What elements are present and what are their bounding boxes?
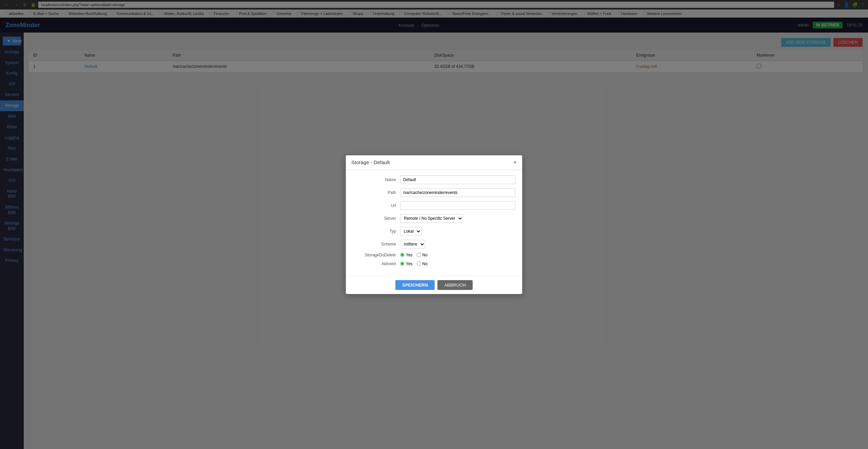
- server-select[interactable]: Remote / No Specific Server: [400, 214, 463, 223]
- save-button[interactable]: SPEICHERN: [395, 280, 435, 290]
- modal-title: Storage - Default: [351, 159, 390, 165]
- storage-do-delete-label: StorageDoDelete: [353, 253, 400, 257]
- scheme-select[interactable]: mittlere: [400, 240, 425, 249]
- type-label: Typ: [353, 229, 400, 234]
- yes-label-2: Yes: [406, 261, 413, 266]
- storage-do-delete-yes-label[interactable]: Yes: [400, 253, 413, 257]
- url-label: Url: [353, 203, 400, 208]
- activated-no-label[interactable]: No: [417, 261, 428, 266]
- path-label: Path: [353, 190, 400, 195]
- modal-overlay: Storage - Default × Name Path Url Server: [0, 0, 868, 449]
- url-row: Url: [353, 201, 515, 210]
- no-label-2: No: [422, 261, 428, 266]
- yes-label-1: Yes: [406, 253, 413, 257]
- modal-footer: SPEICHERN ABBRUCH: [346, 276, 522, 294]
- activated-yes-radio[interactable]: [400, 261, 405, 266]
- cancel-button[interactable]: ABBRUCH: [437, 280, 473, 290]
- type-select[interactable]: Lokal: [400, 227, 421, 236]
- storage-do-delete-row: StorageDoDelete Yes No: [353, 253, 515, 257]
- storage-modal: Storage - Default × Name Path Url Server: [346, 155, 522, 294]
- name-label: Name: [353, 177, 400, 182]
- storage-do-delete-radio-group: Yes No: [400, 253, 428, 257]
- scheme-row: Scheme mittlere: [353, 240, 515, 249]
- modal-close-button[interactable]: ×: [513, 159, 517, 165]
- activated-row: Aktiviert Yes No: [353, 261, 515, 266]
- storage-do-delete-yes-radio[interactable]: [400, 253, 405, 257]
- server-row: Server Remote / No Specific Server: [353, 214, 515, 223]
- name-row: Name: [353, 175, 515, 184]
- name-input[interactable]: [400, 175, 515, 184]
- storage-do-delete-no-label[interactable]: No: [417, 253, 428, 257]
- path-input[interactable]: [400, 188, 515, 197]
- server-label: Server: [353, 216, 400, 221]
- activated-label: Aktiviert: [353, 261, 400, 266]
- url-input[interactable]: [400, 201, 515, 210]
- type-row: Typ Lokal: [353, 227, 515, 236]
- scheme-label: Scheme: [353, 242, 400, 247]
- modal-body: Name Path Url Server Remote / No Specifi…: [346, 170, 522, 276]
- no-label-1: No: [422, 253, 428, 257]
- storage-do-delete-no-radio[interactable]: [417, 253, 421, 257]
- activated-no-radio[interactable]: [417, 261, 421, 266]
- modal-header: Storage - Default ×: [346, 155, 522, 170]
- path-row: Path: [353, 188, 515, 197]
- activated-yes-label[interactable]: Yes: [400, 261, 413, 266]
- activated-radio-group: Yes No: [400, 261, 428, 266]
